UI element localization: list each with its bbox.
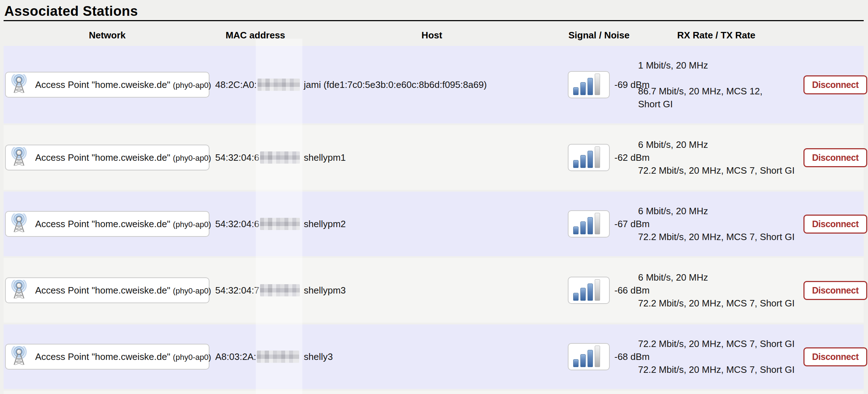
signal-cell: -66 dBm [564,277,634,304]
rate-cell: 6 Mbit/s, 20 MHz 65 Mbit/s, 20 MHz, MCS … [634,391,798,394]
mac-censor-blur [260,284,300,296]
tx-rate: 72.2 Mbit/s, 20 MHz, MCS 7, Short GI [638,230,798,243]
host-cell: shellypm3 [300,284,564,297]
stations-table-body: Access Point "home.cweiske.de" (phy0-ap0… [4,46,864,394]
signal-bar-active [588,217,593,234]
rate-cell: 1 Mbit/s, 20 MHz 86.7 Mbit/s, 20 MHz, MC… [634,46,798,123]
action-cell: Disconnect [798,75,864,94]
signal-bar-inactive [595,146,600,168]
rx-rate: 6 Mbit/s, 20 MHz [638,138,798,151]
rx-rate: 1 Mbit/s, 20 MHz [638,59,798,72]
signal-bar-active [580,354,586,367]
mac-cell: 54:32:04:6 [211,151,300,164]
signal-bar-active [580,82,586,95]
signal-bar-active [573,293,579,301]
column-header-rate: RX Rate / TX Rate [634,30,798,41]
table-row: Access Point "home.cweiske.de" (phy0-ap0… [4,324,864,389]
action-cell: Disconnect [798,215,864,234]
signal-bar-active [573,359,579,367]
disconnect-button[interactable]: Disconnect [803,75,867,94]
signal-bar-active [588,78,593,95]
table-row: Access Point "home.cweiske.de" (phy0-ap0… [4,258,864,323]
mac-prefix: 54:32:04:7 [215,285,259,296]
network-cell: Access Point "home.cweiske.de" (phy0-ap0… [4,344,211,370]
rx-rate: 6 Mbit/s, 20 MHz [638,205,798,217]
signal-bar-inactive [595,213,600,234]
network-badge: Access Point "home.cweiske.de" (phy0-ap0… [5,277,209,303]
network-label-group: Access Point "home.cweiske.de" (phy0-ap0… [35,219,211,230]
action-cell: Disconnect [798,347,864,366]
mac-cell: 54:32:04:6 [211,218,300,230]
action-cell: Disconnect [798,281,864,300]
mac-prefix: 48:2C:A0: [215,79,257,90]
mac-cell: 54:32:04:7 [211,284,300,296]
tx-rate: 72.2 Mbit/s, 20 MHz, MCS 7, Short GI [638,363,798,376]
network-label-group: Access Point "home.cweiske.de" (phy0-ap0… [35,79,211,90]
signal-bars-icon [568,71,610,98]
network-badge: Access Point "home.cweiske.de" (phy0-ap0… [5,211,209,237]
mac-prefix: 54:32:04:6 [215,152,259,163]
tx-rate: 72.2 Mbit/s, 20 MHz, MCS 7, Short GI [638,164,798,177]
network-badge: Access Point "home.cweiske.de" (phy0-ap0… [5,145,209,170]
signal-cell: -67 dBm [564,210,634,238]
mac-cell: 48:2C:A0: [211,79,300,91]
host-cell: shellypm1 [300,151,564,164]
radio-tower-icon [9,74,29,95]
disconnect-button[interactable]: Disconnect [803,347,867,366]
network-badge: Access Point "home.cweiske.de" (phy0-ap0… [5,72,209,98]
column-header-signal: Signal / Noise [564,30,634,41]
table-row: Access Point "home.cweiske.de" (phy0-ap0… [4,391,864,394]
page-title: Associated Stations [4,4,864,19]
signal-bar-active [573,226,579,234]
network-label: Access Point "home.cweiske.de" [35,79,170,90]
network-label-group: Access Point "home.cweiske.de" (phy0-ap0… [35,351,211,362]
mac-censor-blur [260,218,300,230]
signal-bar-active [588,151,593,168]
column-header-mac: MAC address [211,30,300,41]
signal-bar-inactive [595,346,600,367]
mac-cell: A8:03:2A: [211,351,300,363]
signal-cell: -68 dBm [564,343,634,370]
network-label: Access Point "home.cweiske.de" [35,152,170,163]
rx-rate: 6 Mbit/s, 20 MHz [638,271,798,284]
mac-prefix: 54:32:04:6 [215,219,259,230]
rate-cell: 72.2 Mbit/s, 20 MHz, MCS 7, Short GI 72.… [634,324,798,389]
disconnect-button[interactable]: Disconnect [803,215,867,234]
disconnect-button[interactable]: Disconnect [803,281,867,300]
network-label: Access Point "home.cweiske.de" [35,285,170,296]
column-header-host: Host [300,30,564,41]
network-cell: Access Point "home.cweiske.de" (phy0-ap0… [4,277,211,303]
associated-stations-section: Associated Stations Network MAC address … [0,0,868,394]
column-header-network: Network [4,30,211,41]
disconnect-button[interactable]: Disconnect [803,148,867,167]
rate-cell: 6 Mbit/s, 20 MHz 72.2 Mbit/s, 20 MHz, MC… [634,258,798,323]
column-header-actions [798,30,864,41]
signal-cell: -62 dBm [564,144,634,171]
tx-rate: 86.7 Mbit/s, 20 MHz, MCS 12, Short GI [638,85,798,111]
host-cell: shellypm2 [300,217,564,230]
radio-tower-icon [9,214,29,234]
rx-rate: 72.2 Mbit/s, 20 MHz, MCS 7, Short GI [638,337,798,350]
table-row: Access Point "home.cweiske.de" (phy0-ap0… [4,192,864,256]
signal-bar-active [580,221,586,234]
rate-cell: 6 Mbit/s, 20 MHz 72.2 Mbit/s, 20 MHz, MC… [634,125,798,190]
radio-tower-icon [9,280,29,301]
mac-censor-blur [257,351,299,363]
network-interface: (phy0-ap0) [173,353,211,362]
mac-prefix: A8:03:2A: [215,351,256,362]
signal-bar-inactive [595,279,600,301]
network-label: Access Point "home.cweiske.de" [35,351,170,362]
network-cell: Access Point "home.cweiske.de" (phy0-ap0… [4,211,211,237]
signal-bars-icon [568,277,610,304]
mac-censor-blur [258,79,300,91]
signal-bar-active [573,160,579,168]
host-cell: jami (fde1:7c0:5e3b:0:e60c:8b6d:f095:8a6… [300,78,564,91]
signal-bar-active [573,87,579,95]
table-header-row: Network MAC address Host Signal / Noise … [4,21,864,46]
network-interface: (phy0-ap0) [173,81,211,90]
signal-bars-icon [568,210,610,238]
signal-bar-inactive [595,74,600,95]
signal-bars-icon [568,144,610,171]
signal-cell: -69 dBm [564,71,634,98]
network-cell: Access Point "home.cweiske.de" (phy0-ap0… [4,145,211,170]
